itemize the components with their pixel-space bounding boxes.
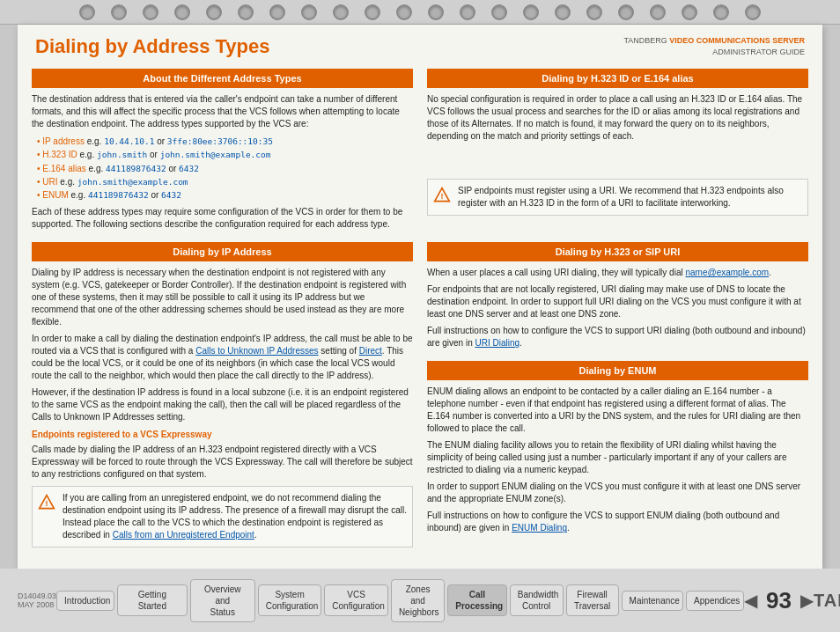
h323-warning-text: SIP endpoints must register using a URI.… — [458, 185, 802, 209]
address-types-footer: Each of these address types may require … — [32, 206, 413, 231]
list-item-e164: • E.164 alias e.g. 441189876432 or 6432 — [37, 162, 413, 175]
ring — [713, 4, 729, 20]
ring — [174, 4, 190, 20]
section-h323-alias: Dialing by H.323 ID or E.164 alias No sp… — [420, 65, 815, 239]
tab-maintenance[interactable]: Maintenance — [622, 591, 684, 611]
tab-vcs-configuration[interactable]: VCS Configuration — [324, 584, 388, 616]
ring — [555, 4, 571, 20]
ring — [428, 4, 444, 20]
svg-text:!: ! — [45, 499, 48, 508]
section-ip-body: Dialing by IP address is necessary when … — [32, 267, 413, 547]
doc-info: D14049.03 MAY 2008 — [18, 592, 56, 609]
next-page-arrow[interactable]: ▶ — [800, 590, 814, 611]
ring — [682, 4, 697, 20]
ring — [143, 4, 158, 20]
subtitle-highlight: VIDEO COMMUNICATIONS SERVER — [669, 36, 805, 45]
section-h323-alias-header: Dialing by H.323 ID or E.164 alias — [427, 69, 808, 88]
document: Dialing by Address Types TANDBERG VIDEO … — [18, 25, 822, 569]
brand-logo: TANDBERG — [814, 591, 840, 611]
binder-rings — [0, 0, 840, 25]
warning-icon: ! — [433, 187, 451, 204]
subtitle-line2: ADMINISTRATOR GUIDE — [712, 48, 805, 56]
tab-system-configuration[interactable]: System Configuration — [258, 584, 322, 616]
doc-subtitle: TANDBERG VIDEO COMMUNICATIONS SERVER ADM… — [623, 35, 805, 57]
ring — [111, 4, 127, 20]
section-address-types-header: About the Different Address Types — [32, 69, 413, 88]
tab-bandwidth-control[interactable]: Bandwidth Control — [510, 584, 564, 616]
section-address-types-body: The destination address that is entered … — [32, 93, 413, 231]
address-types-intro: The destination address that is entered … — [32, 93, 413, 130]
uri-body3: Full instructions on how to configure th… — [427, 325, 808, 349]
section-ip-header: Dialing by IP Address — [32, 242, 413, 261]
ip-warning-box: ! If you are calling from an unregistere… — [32, 486, 413, 547]
svg-text:!: ! — [440, 192, 443, 201]
ip-subheading: Endpoints registered to a VCS Expressway — [32, 429, 413, 441]
tab-firewall-traversal[interactable]: Firewall Traversal — [566, 584, 619, 616]
doc-header: Dialing by Address Types TANDBERG VIDEO … — [18, 25, 822, 65]
doc-ref: D14049.03 — [18, 592, 56, 600]
address-types-list: • IP address e.g. 10.44.10.1 or 3ffe:80e… — [32, 135, 413, 202]
section-h323-alias-body: No special configuration is required in … — [427, 93, 808, 216]
bottom-nav: D14049.03 MAY 2008 Introduction Getting … — [0, 569, 840, 632]
ring — [491, 4, 507, 20]
direct-link[interactable]: Direct — [359, 346, 382, 356]
section-address-types: About the Different Address Types The de… — [25, 65, 420, 239]
h323-alias-body1: No special configuration is required in … — [427, 93, 808, 143]
calls-unknown-ip-link[interactable]: Calls to Unknown IP Addresses — [195, 346, 318, 356]
uri-body2: For endpoints that are not locally regis… — [427, 283, 808, 320]
ip-body4: Calls made by dialing the IP address of … — [32, 444, 413, 481]
ring — [333, 4, 349, 20]
page-number: 93 — [766, 587, 792, 614]
spacer — [427, 147, 808, 173]
enum-dialing-link[interactable]: ENUM Dialing — [512, 523, 567, 533]
ring — [586, 4, 602, 20]
tab-zones-neighbors[interactable]: Zones and Neighbors — [391, 579, 445, 622]
ip-body1: Dialing by IP address is necessary when … — [32, 267, 413, 328]
list-item-uri: • URI e.g. john.smith@example.com — [37, 175, 413, 188]
ring — [460, 4, 475, 20]
section-uri-body: When a user places a call using URI dial… — [427, 267, 808, 349]
enum-body3: In order to support ENUM dialing on the … — [427, 481, 808, 505]
ring — [523, 4, 539, 20]
uri-body1: When a user places a call using URI dial… — [427, 267, 808, 279]
ring — [745, 4, 761, 20]
enum-body2: The ENUM dialing facility allows you to … — [427, 439, 808, 476]
enum-body1: ENUM dialing allows an endpoint to be co… — [427, 386, 808, 435]
page-navigation: ◀ 93 ▶ — [744, 587, 814, 614]
section-enum: Dialing by ENUM ENUM dialing allows an e… — [427, 361, 808, 539]
section-enum-body: ENUM dialing allows an endpoint to be co… — [427, 386, 808, 534]
ip-warning-icon: ! — [38, 494, 55, 511]
uri-email-link[interactable]: name@example.com — [685, 268, 769, 277]
list-item-enum: • ENUM e.g. 441189876432 or 6432 — [37, 188, 413, 202]
list-item-ip: • IP address e.g. 10.44.10.1 or 3ffe:80e… — [37, 135, 413, 148]
unregistered-endpoint-link[interactable]: Calls from an Unregistered Endpoint — [113, 530, 254, 540]
ring — [238, 4, 254, 20]
tab-call-processing[interactable]: Call Processing — [447, 584, 506, 616]
enum-body4: Full instructions on how to configure th… — [427, 510, 808, 534]
section-uri: Dialing by H.323 or SIP URI When a user … — [427, 242, 808, 354]
prev-page-arrow[interactable]: ◀ — [744, 590, 757, 611]
ring — [206, 4, 222, 20]
ring — [618, 4, 634, 20]
ring — [79, 4, 95, 20]
ring — [269, 4, 285, 20]
doc-date: MAY 2008 — [18, 600, 56, 609]
h323-warning-box: ! SIP endpoints must register using a UR… — [427, 179, 808, 216]
list-item-h323: • H.323 ID e.g. john.smith or john.smith… — [37, 148, 413, 161]
page-title: Dialing by Address Types — [35, 35, 270, 58]
tab-introduction[interactable]: Introduction — [56, 591, 114, 611]
ip-body3: However, if the destination IP address i… — [32, 386, 413, 423]
ring — [650, 4, 666, 20]
section-enum-header: Dialing by ENUM — [427, 361, 808, 380]
ring — [396, 4, 412, 20]
ip-warning-text: If you are calling from an unregistered … — [63, 492, 407, 541]
tab-appendices[interactable]: Appendices — [686, 591, 744, 611]
tab-overview-status[interactable]: Overview and Status — [190, 579, 255, 622]
nav-tabs: Introduction Getting Started Overview an… — [56, 579, 744, 622]
section-ip-address: Dialing by IP Address Dialing by IP addr… — [25, 239, 420, 551]
content-grid: About the Different Address Types The de… — [18, 65, 822, 555]
section-uri-header: Dialing by H.323 or SIP URI — [427, 242, 808, 261]
tab-getting-started[interactable]: Getting Started — [117, 584, 188, 616]
ring — [365, 4, 380, 20]
uri-dialing-link[interactable]: URI Dialing — [475, 338, 519, 348]
